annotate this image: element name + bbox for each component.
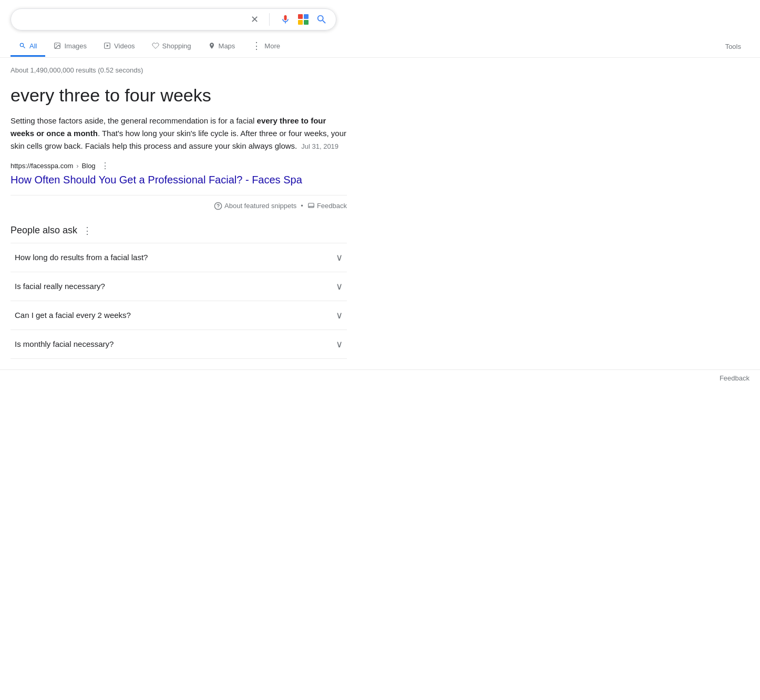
svg-rect-2	[298, 20, 303, 25]
tools-button[interactable]: Tools	[717, 37, 749, 56]
svg-rect-3	[304, 20, 309, 25]
bottom-feedback-link[interactable]: Feedback	[720, 374, 749, 382]
tab-all-label: All	[29, 42, 37, 50]
chevron-down-icon-1: ∨	[336, 281, 343, 292]
about-snippets-label: About featured snippets	[224, 202, 296, 210]
featured-text: Setting those factors aside, the general…	[11, 115, 347, 152]
breadcrumb-arrow-icon: ›	[76, 162, 78, 170]
source-url: https://facesspa.com › Blog ⋮	[11, 161, 347, 171]
lens-button[interactable]	[297, 13, 310, 26]
lens-icon	[297, 13, 310, 26]
tab-more[interactable]: ⋮ More	[243, 36, 289, 57]
svg-rect-1	[304, 14, 309, 19]
search-icon	[316, 14, 327, 25]
source-options-button[interactable]: ⋮	[101, 161, 109, 171]
featured-text-before: Setting those factors aside, the general…	[11, 116, 257, 125]
feedback-label: Feedback	[317, 202, 347, 210]
tab-shopping[interactable]: Shopping	[143, 37, 200, 57]
paa-item-1[interactable]: Is facial really necessary? ∨	[11, 272, 347, 301]
results-area: About 1,490,000,000 results (0.52 second…	[0, 58, 357, 369]
chevron-down-icon-2: ∨	[336, 310, 343, 321]
search-tab-icon	[19, 42, 26, 49]
nav-tabs: All Images Videos Shopping Maps ⋮ More	[0, 30, 760, 58]
question-icon	[214, 202, 222, 210]
about-snippets-link[interactable]: About featured snippets	[214, 202, 296, 210]
bottom-feedback-bar: Feedback	[0, 369, 760, 386]
mic-button[interactable]	[280, 14, 291, 25]
featured-snippet: every three to four weeks Setting those …	[11, 85, 347, 210]
svg-marker-7	[107, 45, 109, 47]
svg-point-5	[56, 44, 57, 45]
tab-videos[interactable]: Videos	[95, 37, 143, 57]
more-dots-icon: ⋮	[252, 41, 261, 50]
search-bar: how often should i get a facial ✕	[11, 8, 336, 30]
tab-videos-label: Videos	[114, 42, 135, 50]
svg-point-9	[218, 207, 218, 208]
chevron-down-icon-0: ∨	[336, 252, 343, 263]
tab-maps[interactable]: Maps	[200, 37, 244, 57]
paa-item-0[interactable]: How long do results from a facial last? …	[11, 243, 347, 272]
tab-all[interactable]: All	[11, 37, 45, 57]
tab-images[interactable]: Images	[45, 37, 95, 57]
maps-tab-icon	[208, 42, 215, 49]
videos-tab-icon	[104, 42, 111, 49]
people-also-ask-section: People also ask ⋮ How long do results fr…	[11, 225, 347, 359]
shopping-tab-icon	[152, 42, 159, 49]
search-icons: ✕	[251, 13, 327, 26]
snippet-footer: About featured snippets • Feedback	[11, 195, 347, 210]
header: how often should i get a facial ✕	[0, 0, 760, 30]
paa-options-button[interactable]: ⋮	[83, 225, 92, 236]
search-button[interactable]	[316, 14, 327, 25]
clear-button[interactable]: ✕	[251, 14, 259, 25]
result-count: About 1,490,000,000 results (0.52 second…	[11, 66, 347, 74]
tab-maps-label: Maps	[219, 42, 235, 50]
search-input[interactable]: how often should i get a facial	[19, 15, 251, 24]
tab-more-label: More	[264, 42, 280, 50]
paa-title: People also ask	[11, 225, 77, 236]
mic-icon	[280, 14, 291, 25]
paa-question-3: Is monthly facial necessary?	[15, 339, 114, 348]
paa-question-2: Can I get a facial every 2 weeks?	[15, 311, 131, 320]
feedback-icon	[307, 202, 315, 210]
chevron-down-icon-3: ∨	[336, 338, 343, 350]
featured-answer: every three to four weeks	[11, 85, 347, 106]
feedback-link[interactable]: Feedback	[307, 202, 347, 210]
separator: •	[301, 202, 303, 210]
images-tab-icon	[54, 42, 61, 49]
divider	[269, 13, 270, 26]
paa-question-1: Is facial really necessary?	[15, 282, 105, 291]
svg-rect-0	[298, 14, 303, 19]
result-title-link[interactable]: How Often Should You Get a Professional …	[11, 173, 347, 187]
paa-header: People also ask ⋮	[11, 225, 347, 236]
paa-item-3[interactable]: Is monthly facial necessary? ∨	[11, 330, 347, 359]
featured-date: Jul 31, 2019	[301, 142, 338, 150]
close-icon: ✕	[251, 14, 259, 25]
source-breadcrumb: Blog	[82, 162, 96, 170]
paa-item-2[interactable]: Can I get a facial every 2 weeks? ∨	[11, 301, 347, 330]
source-domain: https://facesspa.com	[11, 162, 73, 170]
tab-shopping-label: Shopping	[162, 42, 191, 50]
paa-question-0: How long do results from a facial last?	[15, 253, 148, 262]
tab-images-label: Images	[64, 42, 87, 50]
